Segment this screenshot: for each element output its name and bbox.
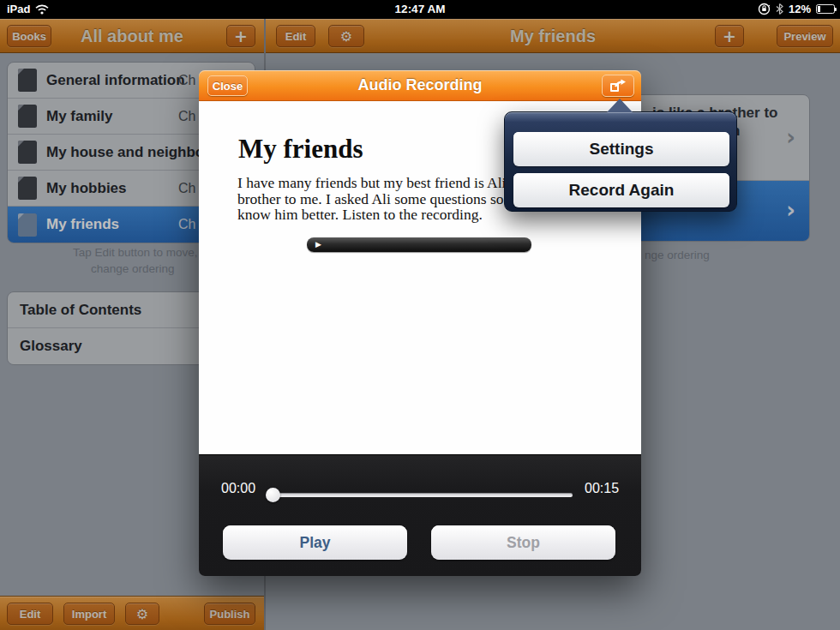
modal-header: Audio Recording Close xyxy=(199,70,641,101)
paragraph-line3: know him better. Listen to the recording… xyxy=(237,207,515,223)
status-bar: iPad 12:47 AM 12% xyxy=(0,0,840,19)
duration-time: 00:15 xyxy=(585,481,619,496)
battery-percent: 12% xyxy=(789,3,811,15)
inline-audio-player[interactable]: ▶ xyxy=(307,237,531,252)
paragraph-line1: I have many friends but my best friend i… xyxy=(237,175,515,191)
close-button[interactable]: Close xyxy=(207,75,248,96)
player-controls: 00:00 00:15 Play Stop xyxy=(199,454,641,576)
stop-button[interactable]: Stop xyxy=(431,525,615,560)
battery-icon xyxy=(816,4,835,14)
play-button[interactable]: Play xyxy=(223,525,407,560)
rotation-lock-icon xyxy=(758,3,771,15)
seek-track[interactable] xyxy=(267,493,573,497)
app-screen: iPad 12:47 AM 12% Books xyxy=(0,0,840,630)
seek-thumb[interactable] xyxy=(266,488,280,502)
paragraph-line2: brother to me. I asked Ali some question… xyxy=(237,191,515,207)
settings-button[interactable]: Settings xyxy=(513,132,729,166)
modal-title: Audio Recording xyxy=(199,70,641,101)
clock: 12:47 AM xyxy=(0,3,840,15)
share-icon xyxy=(609,79,627,93)
current-time: 00:00 xyxy=(221,481,255,496)
bluetooth-icon xyxy=(776,3,783,15)
record-again-button[interactable]: Record Again xyxy=(513,173,729,207)
share-button[interactable] xyxy=(602,75,634,97)
share-popover: Settings Record Again xyxy=(504,111,737,212)
page-heading: My friends xyxy=(238,134,363,165)
popover-arrow-icon xyxy=(607,99,633,112)
play-icon: ▶ xyxy=(315,241,321,249)
